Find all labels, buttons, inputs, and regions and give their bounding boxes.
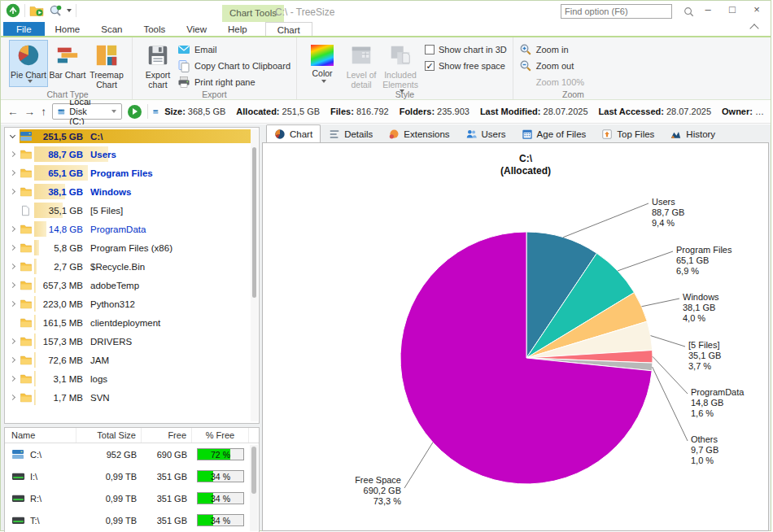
column-header-free[interactable]: Free [142, 428, 192, 443]
view-tab-history[interactable]: History [662, 126, 723, 142]
view-tab-details[interactable]: Details [321, 126, 380, 142]
column-header-name[interactable]: Name [5, 428, 76, 443]
tree-row[interactable]: 72,6 MBJAM [5, 351, 259, 369]
tree-row[interactable]: 1,7 MBSVN [5, 388, 259, 407]
back-arrow-icon[interactable]: ← [7, 106, 19, 118]
chevron-down-icon[interactable] [5, 135, 20, 137]
tree-row-root[interactable]: 251,5 GBC:\ [5, 128, 259, 145]
table-row[interactable]: T:\0,99 TB351 GB34 % [5, 509, 259, 531]
chevron-right-icon[interactable] [5, 395, 20, 399]
chevron-right-icon[interactable] [5, 190, 20, 194]
location-combobox[interactable]: Local Disk (C:) [52, 103, 122, 120]
stat-item: Allocated: 251,5 GB [236, 107, 320, 116]
tab-file[interactable]: File [3, 22, 45, 36]
chevron-up-icon[interactable] [749, 24, 758, 33]
chevron-right-icon[interactable] [5, 227, 20, 231]
view-tab-extensions[interactable]: Extensions [381, 126, 456, 142]
chevron-right-icon[interactable] [5, 283, 20, 287]
drive-total-size: 0,99 TB [76, 494, 142, 504]
folder-icon [20, 168, 34, 178]
table-row[interactable]: C:\952 GB690 GB72 % [5, 443, 259, 465]
tree-row[interactable]: 2,7 GB$Recycle.Bin [5, 257, 259, 276]
find-option-box[interactable] [561, 4, 672, 19]
tree-row[interactable]: 3,1 MBlogs [5, 369, 259, 388]
tree-row[interactable]: 223,0 MBPython312 [5, 294, 259, 313]
tree-row-content: 65,1 GBProgram Files [5, 168, 259, 178]
tree-row[interactable]: 88,7 GBUsers [5, 145, 259, 164]
tab-chart[interactable]: Chart [265, 22, 312, 36]
copy-chart-button[interactable]: Copy Chart to Clipboard [177, 58, 290, 74]
tree-scrollbar[interactable] [251, 129, 258, 421]
bar-chart-button[interactable]: Bar Chart [48, 40, 87, 87]
qat-dropdown-icon[interactable] [67, 9, 72, 12]
email-button[interactable]: Email [177, 41, 290, 58]
chevron-right-icon[interactable] [5, 246, 20, 250]
tree-item-size: 65,1 GB [34, 168, 83, 178]
zoom-in-button[interactable]: Zoom in [519, 41, 584, 58]
view-tab-users[interactable]: Users [458, 126, 513, 142]
pie-chart[interactable] [263, 143, 770, 530]
chevron-right-icon[interactable] [5, 358, 20, 362]
level-of-detail-button[interactable]: Level of detail [342, 40, 381, 90]
tab-scan[interactable]: Scan [90, 22, 133, 36]
forward-arrow-icon[interactable]: → [24, 106, 36, 118]
folder-icon [20, 186, 34, 197]
pie-chart-button[interactable]: Pie Chart [9, 40, 48, 87]
zoom-out-button[interactable]: Zoom out [519, 58, 584, 74]
view-tab-top-files[interactable]: Top Files [594, 126, 662, 142]
table-row[interactable]: R:\0,99 TB351 GB34 % [5, 487, 259, 509]
export-chart-button[interactable]: Export chart [138, 40, 177, 90]
view-tab-age-of-files[interactable]: Age of Files [514, 126, 594, 142]
tree-row-content: 161,5 MBclientdeployment [5, 317, 259, 328]
chevron-right-icon[interactable] [5, 377, 20, 381]
up-arrow-icon[interactable]: ↑ [41, 106, 46, 118]
tree-row[interactable]: 35,1 GB[5 Files] [5, 201, 259, 220]
tab-tools[interactable]: Tools [133, 22, 176, 36]
included-elements-button[interactable]: Included Elements [381, 40, 420, 94]
table-row[interactable]: I:\0,99 TB351 GB34 % [5, 465, 259, 487]
column-header-pct-free[interactable]: % Free [192, 428, 249, 443]
tree-row[interactable]: 657,3 MBadobeTemp [5, 276, 259, 294]
show-chart-3d-checkbox[interactable]: Show chart in 3D [425, 41, 507, 58]
start-scan-button[interactable] [128, 105, 142, 119]
chevron-right-icon[interactable] [5, 264, 20, 268]
scrollbar-thumb[interactable] [252, 147, 256, 298]
drive-free: 690 GB [142, 450, 192, 460]
find-option-input[interactable] [561, 7, 683, 16]
print-right-pane-button[interactable]: Print right pane [177, 74, 290, 90]
chevron-right-icon[interactable] [5, 302, 20, 306]
free-percent-bar: 34 % [197, 514, 244, 526]
pie-callout-label: Program Files65,1 GB6,9 % [676, 245, 732, 277]
scrollbar-thumb[interactable] [251, 447, 256, 494]
drive-name: I:\ [30, 472, 37, 482]
color-button[interactable]: Color [303, 40, 342, 87]
search-scan-icon[interactable] [48, 4, 63, 17]
column-header-total-size[interactable]: Total Size [76, 428, 142, 443]
tab-view[interactable]: View [176, 22, 217, 36]
tab-home[interactable]: Home [45, 22, 91, 36]
tree-item-name: ProgramData [90, 225, 146, 234]
tree-item-size: 14,8 GB [34, 225, 83, 234]
treemap-chart-button[interactable]: Treemap Chart [87, 40, 126, 90]
tree-row[interactable]: 161,5 MBclientdeployment [5, 313, 259, 332]
maximize-button[interactable]: □ [720, 1, 745, 19]
zoom-100-button[interactable]: Zoom 100% [519, 74, 584, 90]
tree-row[interactable]: 38,1 GBWindows [5, 182, 259, 201]
tree-row[interactable]: 5,8 GBProgram Files (x86) [5, 238, 259, 257]
chevron-right-icon[interactable] [5, 171, 20, 175]
show-free-space-checkbox[interactable]: ✓ Show free space [425, 58, 507, 74]
chevron-right-icon[interactable] [5, 339, 20, 343]
tree-row[interactable]: 65,1 GBProgram Files [5, 164, 259, 182]
drive-list-scrollbar[interactable] [250, 445, 258, 531]
chevron-right-icon[interactable] [5, 152, 20, 156]
close-button[interactable]: × [745, 1, 769, 19]
folder-icon [20, 149, 34, 159]
folder-icon [20, 299, 34, 309]
tree-row[interactable]: 157,3 MBDRIVERS [5, 332, 259, 351]
tree-item-name: C:\ [90, 132, 103, 142]
tab-help[interactable]: Help [217, 22, 258, 36]
view-tab-chart[interactable]: Chart [266, 124, 321, 142]
tree-row[interactable]: 14,8 GBProgramData [5, 220, 259, 238]
minimize-button[interactable]: – [696, 1, 720, 19]
scan-folder-icon[interactable] [29, 5, 44, 17]
